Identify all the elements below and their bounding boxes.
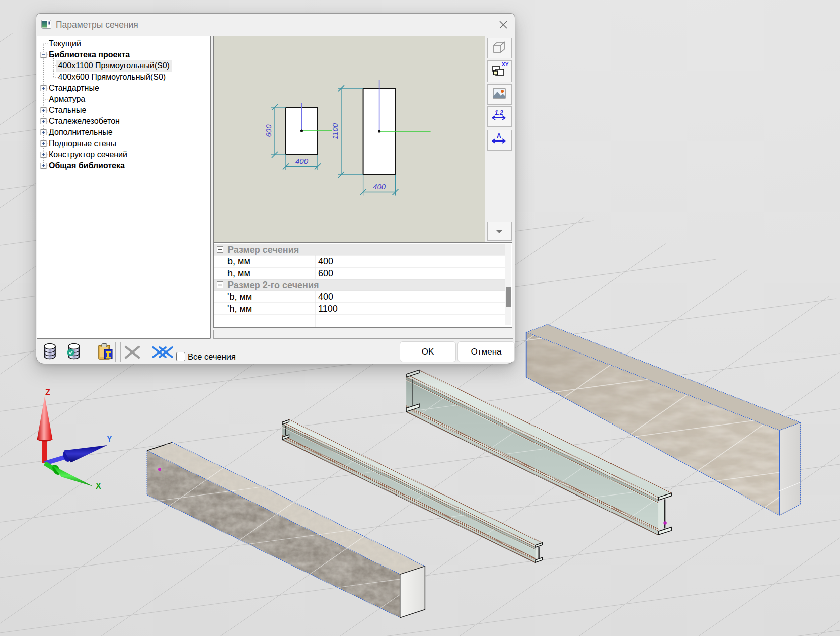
svg-text:Z: Z <box>45 388 50 397</box>
svg-text:Y: Y <box>107 435 112 443</box>
svg-text:X: X <box>96 482 101 490</box>
